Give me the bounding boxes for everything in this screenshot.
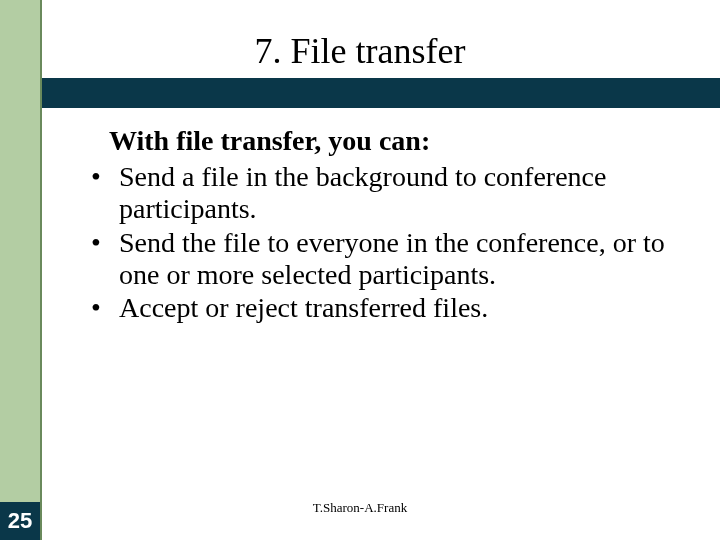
slide-title: 7. File transfer <box>0 30 720 72</box>
page-number: 25 <box>0 502 40 540</box>
list-item: Accept or reject transferred files. <box>85 292 686 324</box>
slide-body: With file transfer, you can: Send a file… <box>85 125 686 324</box>
footer-author: T.Sharon-A.Frank <box>0 500 720 516</box>
bullet-text: Send the file to everyone in the confere… <box>119 227 665 290</box>
list-item: Send the file to everyone in the confere… <box>85 227 686 291</box>
list-item: Send a file in the background to confere… <box>85 161 686 225</box>
bullet-text: Accept or reject transferred files. <box>119 292 488 323</box>
bullet-text: Send a file in the background to confere… <box>119 161 606 224</box>
slide: 7. File transfer With file transfer, you… <box>0 0 720 540</box>
bullet-list: Send a file in the background to confere… <box>85 161 686 324</box>
sidebar-accent <box>0 0 40 540</box>
lead-text: With file transfer, you can: <box>109 125 686 157</box>
title-underline-band <box>42 78 720 108</box>
